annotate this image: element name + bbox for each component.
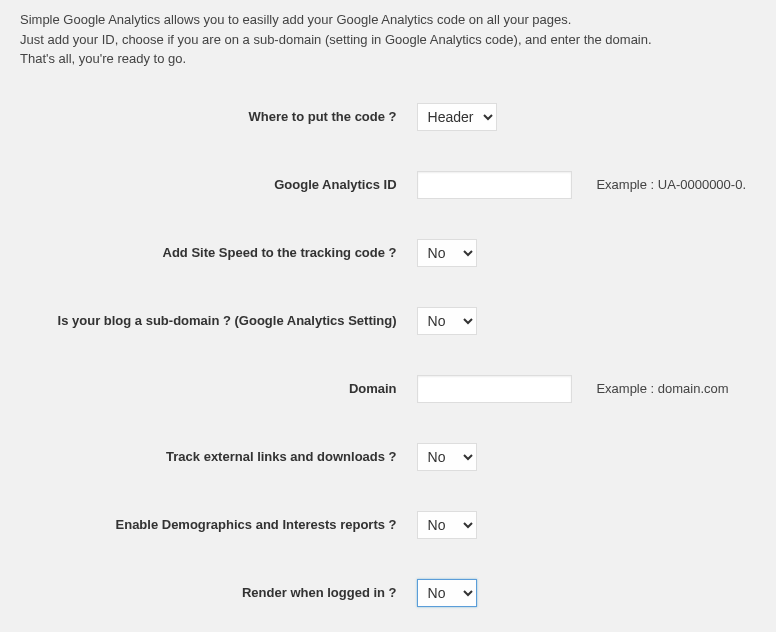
demographics-label: Enable Demographics and Interests report… xyxy=(20,491,417,559)
track-external-label: Track external links and downloads ? xyxy=(20,423,417,491)
track-external-select[interactable]: No xyxy=(417,443,477,471)
subdomain-select[interactable]: No xyxy=(417,307,477,335)
site-speed-label: Add Site Speed to the tracking code ? xyxy=(20,219,417,287)
settings-form: Where to put the code ? Header Google An… xyxy=(20,83,756,627)
domain-hint: Example : domain.com xyxy=(586,355,756,423)
intro-line-3: That's all, you're ready to go. xyxy=(20,49,756,69)
domain-label: Domain xyxy=(20,355,417,423)
where-label: Where to put the code ? xyxy=(20,83,417,151)
render-logged-select[interactable]: No xyxy=(417,579,477,607)
ga-id-label: Google Analytics ID xyxy=(20,151,417,219)
ga-id-hint: Example : UA-0000000-0. xyxy=(586,151,756,219)
ga-id-input[interactable] xyxy=(417,171,572,199)
intro-line-2: Just add your ID, choose if you are on a… xyxy=(20,30,756,50)
subdomain-label: Is your blog a sub-domain ? (Google Anal… xyxy=(20,287,417,355)
intro-line-1: Simple Google Analytics allows you to ea… xyxy=(20,10,756,30)
where-to-put-code-select[interactable]: Header xyxy=(417,103,497,131)
demographics-select[interactable]: No xyxy=(417,511,477,539)
site-speed-select[interactable]: No xyxy=(417,239,477,267)
intro-text: Simple Google Analytics allows you to ea… xyxy=(20,10,756,69)
render-logged-label: Render when logged in ? xyxy=(20,559,417,627)
domain-input[interactable] xyxy=(417,375,572,403)
